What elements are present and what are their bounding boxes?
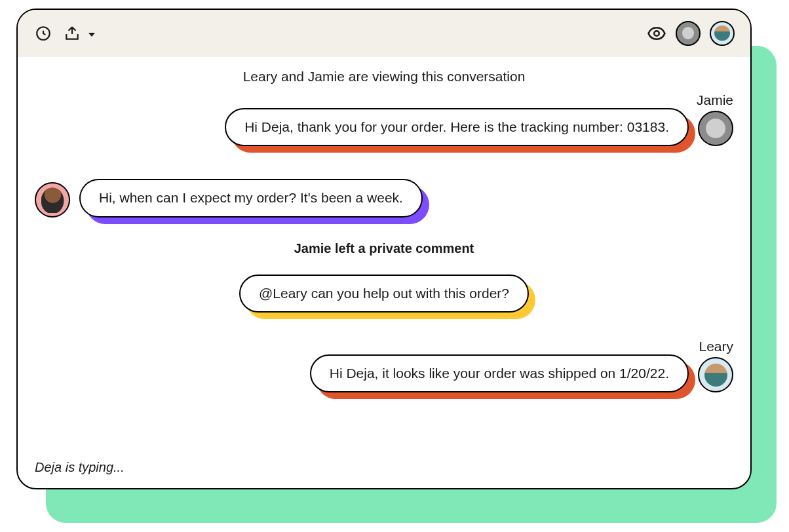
message-row: Hi, when can I expect my order? It's bee… bbox=[35, 179, 733, 217]
typing-indicator: Deja is typing... bbox=[35, 460, 125, 475]
viewer-avatar-leary[interactable] bbox=[710, 21, 735, 46]
message-author-label: Jamie bbox=[697, 92, 733, 108]
viewers-notice: Leary and Jamie are viewing this convers… bbox=[35, 69, 733, 85]
svg-point-1 bbox=[654, 31, 659, 36]
avatar-jamie[interactable] bbox=[698, 111, 733, 146]
chevron-down-icon[interactable] bbox=[88, 33, 95, 37]
message-author-label: Leary bbox=[699, 339, 733, 354]
viewer-avatar-jamie[interactable] bbox=[676, 21, 701, 46]
conversation-body: Leary and Jamie are viewing this convers… bbox=[18, 57, 750, 488]
history-icon[interactable] bbox=[33, 24, 53, 43]
message-bubble: Hi, when can I expect my order? It's bee… bbox=[79, 179, 423, 217]
private-comment-header: Jamie left a private comment bbox=[35, 241, 733, 256]
message-row: Hi Deja, thank you for your order. Here … bbox=[225, 108, 733, 146]
send-outbox-icon[interactable] bbox=[62, 24, 82, 43]
private-comment-row: @Leary can you help out with this order? bbox=[35, 275, 733, 313]
avatar-leary[interactable] bbox=[698, 357, 733, 392]
eye-icon[interactable] bbox=[647, 24, 666, 43]
conversation-window: Leary and Jamie are viewing this convers… bbox=[16, 9, 752, 489]
message-bubble: Hi Deja, thank you for your order. Here … bbox=[225, 108, 689, 146]
conversation-toolbar bbox=[18, 10, 750, 57]
private-comment-bubble: @Leary can you help out with this order? bbox=[239, 275, 529, 313]
avatar-deja[interactable] bbox=[35, 182, 70, 218]
message-bubble: Hi Deja, it looks like your order was sh… bbox=[310, 354, 689, 392]
message-row: Hi Deja, it looks like your order was sh… bbox=[310, 354, 733, 392]
